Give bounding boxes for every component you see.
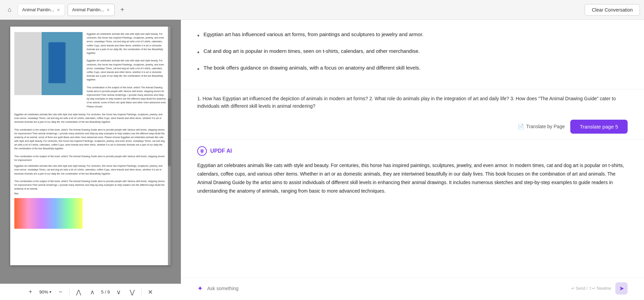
zoom-out-button[interactable]: − <box>56 287 65 297</box>
next-page-button[interactable]: ∨ <box>114 287 124 297</box>
chat-input[interactable] <box>207 286 567 291</box>
bullet-text-3: The book offers guidance on drawing anim… <box>203 64 420 72</box>
page-info: 5 / 9 <box>101 289 110 295</box>
tab-2-label: Animal Paintin... <box>72 7 104 12</box>
tab-1-close[interactable]: × <box>56 7 60 12</box>
bullet-item-3: • The book offers guidance on drawing an… <box>197 64 628 74</box>
new-tab-button[interactable]: + <box>117 5 127 15</box>
bullet-text-2: Cat and dog art is popular in modern tim… <box>203 47 420 55</box>
pdf-toolbar: + 90% ▾ − ⋀ ∧ 5 / 9 ∨ ⋁ ✕ <box>0 284 181 300</box>
translate-by-page[interactable]: 📄 Translate by Page <box>517 123 565 130</box>
bullet-item-1: • Egyptian art has influenced various ar… <box>197 31 628 41</box>
sparkle-icon: ✦ <box>197 284 203 292</box>
translate-by-page-label: Translate by Page <box>526 124 565 129</box>
tab-2-close[interactable]: × <box>106 7 110 12</box>
last-page-button[interactable]: ⋁ <box>128 287 137 297</box>
clear-conversation-button[interactable]: Clear Conversation <box>585 4 640 16</box>
question-text: 1. How has Egyptian art influenced the d… <box>197 96 616 109</box>
tab-2[interactable]: Animal Paintin... × <box>68 4 115 16</box>
updf-ai-header-label: UPDF AI <box>210 148 232 154</box>
chat-shortcuts-label: ↵ Send / ⇧↵ Newline <box>571 286 611 291</box>
document-icon: 📄 <box>517 123 524 130</box>
bullet-dot-3: • <box>197 65 199 74</box>
bullet-dot-2: • <box>197 48 199 57</box>
bullet-dot-1: • <box>197 31 199 41</box>
tab-1-label: Animal Paintin... <box>22 7 54 12</box>
bullet-text-1: Egyptian art has influenced various art … <box>203 31 423 39</box>
bullet-item-2: • Cat and dog art is popular in modern t… <box>197 47 628 57</box>
updf-ai-section: UPDF AI Egyptian art celebrates animals … <box>181 139 644 200</box>
question-section: 1. How has Egyptian art influenced the d… <box>181 89 644 116</box>
pdf-panel: Egyptian art celebrates animals like cat… <box>0 20 181 300</box>
tab-1[interactable]: Animal Paintin... × <box>18 4 65 16</box>
ai-response-text: Egyptian art celebrates animals like cat… <box>197 161 628 196</box>
bullets-section: • Egyptian art has influenced various ar… <box>181 20 644 89</box>
separator-2 <box>141 289 142 296</box>
first-page-button[interactable]: ⋀ <box>74 287 83 297</box>
chat-input-area: ✦ ↵ Send / ⇧↵ Newline ➤ <box>181 278 644 300</box>
pdf-scroll-bar[interactable] <box>168 27 171 265</box>
prev-page-button[interactable]: ∧ <box>87 287 97 297</box>
translate-section: 📄 Translate by Page Translate page 5 <box>181 116 644 139</box>
top-bar: ⌂ Animal Paintin... × Animal Paintin... … <box>0 0 644 20</box>
main-layout: Egyptian art celebrates animals like cat… <box>0 20 644 300</box>
pdf-page: Egyptian art celebrates animals like cat… <box>10 27 171 265</box>
separator-1 <box>69 289 70 296</box>
zoom-display: 90% ▾ <box>39 289 52 295</box>
zoom-value: 90% <box>39 289 48 295</box>
close-pdf-button[interactable]: ✕ <box>146 287 155 297</box>
pdf-scroll-thumb[interactable] <box>168 98 171 166</box>
send-button[interactable]: ➤ <box>615 282 628 295</box>
updf-logo-icon <box>197 146 207 156</box>
home-button[interactable]: ⌂ <box>4 4 15 15</box>
translate-page-button[interactable]: Translate page 5 <box>570 120 628 134</box>
zoom-dropdown-icon[interactable]: ▾ <box>49 290 52 294</box>
updf-ai-header: UPDF AI <box>197 146 628 156</box>
ai-panel: • Egyptian art has influenced various ar… <box>181 20 644 300</box>
zoom-in-button[interactable]: + <box>26 287 35 297</box>
pdf-content-area: Egyptian art celebrates animals like cat… <box>0 20 181 284</box>
